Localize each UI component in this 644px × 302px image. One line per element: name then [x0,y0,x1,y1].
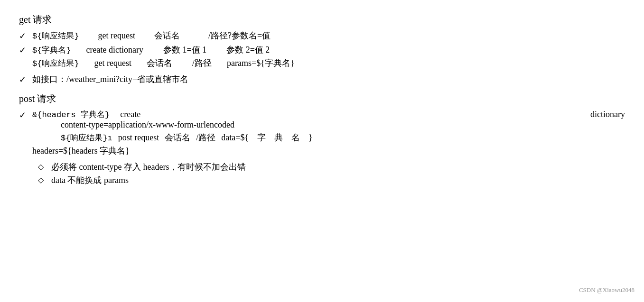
session-name-3: 会话名 [165,132,190,143]
get-item-3: ✓ 如接口：/weather_mini?city=省或直辖市名 [19,73,625,87]
post-line-1a-left: &{headers 字典名} create [32,109,140,120]
params-dict: params=${字典名} [227,57,294,69]
post-line-1c: ${响应结果}ı post request 会话名 /路径 data=${ 字 … [61,132,625,143]
sub-item-1-content: 必须将 content-type 存入 headers，有时候不加会出错 [51,161,625,173]
post-line-1d: headers=${headers 字典名} [32,145,625,156]
get-line-2b: ${响应结果} get request 会话名 /路径 params=${字典名… [32,57,625,69]
get-item-1: ✓ ${响应结果} get request 会话名 /路径?参数名=值 [19,30,625,41]
path-3: /路径 [196,132,215,143]
csdn-watermark: CSDN @Xiaowu2048 [579,284,635,294]
headers-dict: &{headers 字典名} [32,109,110,120]
get-item-2: ✓ ${字典名} create dictionary 参数 1=值 1 参数 2… [19,44,625,71]
get-line-3: 如接口：/weather_mini?city=省或直辖市名 [32,73,625,85]
note-1: 必须将 content-type 存入 headers，有时候不加会出错 [51,162,246,172]
response-result-3: ${响应结果}ı [61,132,112,143]
get-section-title: get 请求 [19,13,625,26]
content-area: get 请求 ✓ ${响应结果} get request 会话名 /路径?参数名… [19,13,625,186]
weather-example: 如接口：/weather_mini?city=省或直辖市名 [32,73,188,85]
watermark-text: CSDN @Xiaowu2048 [579,286,635,293]
post-request-label: post request [118,133,159,143]
param1: 参数 1=值 1 [163,44,206,55]
response-result-1: ${响应结果} [32,30,79,41]
post-item-1-content: &{headers 字典名} create dictionary content… [32,109,625,158]
create-label: create [120,110,140,119]
headers-ref: headers=${headers 字典名} [32,146,130,156]
checkmark-1: ✓ [19,31,28,41]
note-2: data 不能换成 params [51,175,129,185]
param2: 参数 2=值 2 [226,44,270,55]
get-item-1-content: ${响应结果} get request 会话名 /路径?参数名=值 [32,30,625,41]
create-dict-label: create dictionary [86,45,143,55]
get-line-2a: ${字典名} create dictionary 参数 1=值 1 参数 2=值… [32,44,625,55]
get-request-1: get request [98,31,135,41]
post-line-1b: content-type=application/x-www-form-urle… [61,120,625,130]
session-name-2: 会话名 [147,57,172,69]
response-result-2: ${响应结果} [32,58,79,69]
post-section-title: post 请求 [19,92,625,105]
get-item-2-content: ${字典名} create dictionary 参数 1=值 1 参数 2=值… [32,44,625,71]
path-2: /路径 [192,57,212,69]
sub-item-2-content: data 不能换成 params [51,174,625,186]
get-line-1: ${响应结果} get request 会话名 /路径?参数名=值 [32,30,625,41]
checkmark-4: ✓ [19,110,28,120]
post-line-1a: &{headers 字典名} create dictionary [32,109,625,120]
checkmark-3: ✓ [19,74,28,85]
checkmark-2: ✓ [19,45,28,55]
get-item-3-content: 如接口：/weather_mini?city=省或直辖市名 [32,73,625,87]
dictionary-label: dictionary [590,110,625,119]
sub-item-1: ◇ 必须将 content-type 存入 headers，有时候不加会出错 [38,161,625,173]
path-params-1: /路径?参数名=值 [208,30,271,41]
content-type-value: content-type=application/x-www-form-urle… [61,120,234,130]
get-request-2: get request [94,58,131,68]
post-item-1: ✓ &{headers 字典名} create dictionary conte… [19,109,625,158]
diamond-2: ◇ [38,175,47,184]
data-dict: data=${ 字 典 名 } [221,132,312,143]
session-name-1: 会话名 [154,30,180,41]
sub-item-2: ◇ data 不能换成 params [38,174,625,186]
dict-name-1: ${字典名} [32,45,71,55]
diamond-1: ◇ [38,162,47,171]
post-line-1a-right: dictionary [590,110,625,119]
